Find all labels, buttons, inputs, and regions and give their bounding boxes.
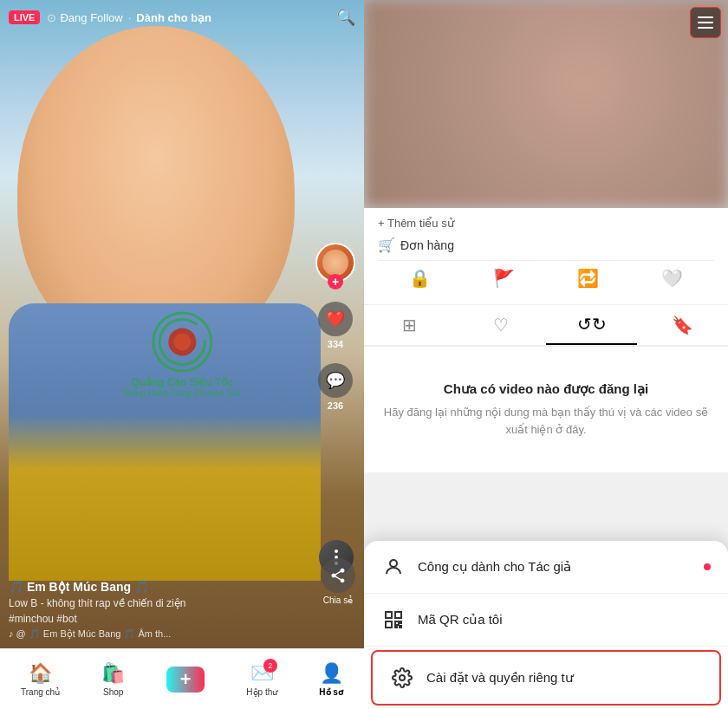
inbox-label: Hộp thư bbox=[246, 687, 277, 697]
svg-rect-8 bbox=[400, 626, 401, 628]
like-icon: ❤️ bbox=[318, 302, 353, 336]
qr-code-icon bbox=[381, 608, 406, 632]
lock-icon-button[interactable]: 🔒 bbox=[409, 268, 431, 289]
bookmark-tab-icon: 🔖 bbox=[672, 315, 693, 335]
svg-rect-5 bbox=[395, 612, 401, 618]
home-label: Trang chủ bbox=[21, 687, 60, 697]
svg-point-3 bbox=[390, 560, 397, 567]
cart-icon: 🛒 bbox=[378, 237, 395, 253]
search-icon[interactable]: 🔍 bbox=[336, 8, 355, 27]
context-menu-item-settings[interactable]: Cài đặt và quyền riêng tư bbox=[371, 650, 721, 706]
flag-icon: 🚩 bbox=[493, 268, 515, 289]
plus-icon: + bbox=[180, 668, 192, 691]
settings-icon bbox=[390, 666, 414, 690]
home-icon: 🏠 bbox=[29, 662, 52, 685]
follow-plus-button[interactable]: + bbox=[328, 274, 343, 289]
watermark-ring-svg bbox=[156, 316, 208, 368]
create-button[interactable]: + bbox=[166, 667, 205, 693]
creator-tools-label: Công cụ dành cho Tác giả bbox=[418, 559, 692, 575]
comment-icon: 💬 bbox=[318, 363, 353, 398]
svg-rect-4 bbox=[386, 612, 392, 618]
following-text[interactable]: Đang Follow bbox=[60, 11, 122, 24]
live-badge: LIVE bbox=[9, 10, 40, 24]
heart-tab-icon: ♡ bbox=[493, 315, 509, 335]
tab-grid[interactable]: ⊞ bbox=[364, 306, 455, 344]
video-panel: LIVE ⊙ Đang Follow · Dành cho bạn 🔍 bbox=[0, 0, 364, 709]
profile-header bbox=[364, 0, 728, 208]
hashtags: #minchou #bot bbox=[9, 613, 303, 625]
nav-inbox[interactable]: ✉️ 2 Hộp thư bbox=[237, 658, 286, 701]
empty-title: Chưa có video nào được đăng lại bbox=[381, 381, 711, 397]
grid-icon: ⊞ bbox=[402, 315, 417, 335]
svg-rect-10 bbox=[395, 626, 397, 628]
view-indicator: ⊙ bbox=[47, 11, 56, 24]
svg-rect-9 bbox=[400, 621, 401, 623]
creator-tools-icon bbox=[381, 555, 406, 579]
shop-label: Shop bbox=[103, 687, 123, 697]
svg-point-2 bbox=[173, 334, 191, 351]
flag-icon-button[interactable]: 🚩 bbox=[493, 268, 515, 289]
hamburger-line-2 bbox=[698, 22, 713, 23]
context-menu: Công cụ dành cho Tác giả Mã QR của tôi bbox=[364, 541, 728, 709]
like-button-container[interactable]: ❤️ 334 bbox=[318, 302, 353, 349]
watermark-logo bbox=[152, 312, 212, 373]
svg-point-11 bbox=[400, 675, 405, 680]
context-menu-item-creator[interactable]: Công cụ dành cho Tác giả bbox=[364, 541, 728, 594]
top-bar-center: Đang Follow · Dành cho bạn bbox=[60, 11, 336, 24]
context-menu-item-qr[interactable]: Mã QR của tôi bbox=[364, 594, 728, 647]
share-icon bbox=[321, 558, 355, 593]
creator-avatar-container[interactable]: + bbox=[315, 243, 355, 283]
profile-header-bg bbox=[364, 0, 728, 208]
hamburger-line-1 bbox=[698, 16, 713, 18]
hamburger-line-3 bbox=[698, 27, 713, 29]
share-svg bbox=[329, 567, 347, 584]
nav-home[interactable]: 🏠 Trang chủ bbox=[12, 658, 68, 701]
profile-tabs: ⊞ ♡ ↺↻ 🔖 bbox=[364, 305, 728, 347]
comment-button-container[interactable]: 💬 236 bbox=[318, 363, 353, 411]
profile-panel: + Thêm tiểu sử 🛒 Đơn hàng 🔒 🚩 🔁 🤍 ⊞ bbox=[364, 0, 728, 709]
nav-plus[interactable]: + bbox=[158, 662, 213, 697]
settings-label: Cài đặt và quyền riêng tư bbox=[426, 670, 702, 686]
orders-label: Đơn hàng bbox=[400, 238, 454, 252]
song-desc: Low B - không thít rap về chiến di ziện bbox=[9, 597, 303, 609]
notification-dot bbox=[704, 563, 711, 570]
watermark-text2: Đồng Hành Cùng Chuyên Gia bbox=[124, 388, 239, 398]
repost-tab-icon: ↺↻ bbox=[577, 315, 607, 334]
inbox-badge: 2 bbox=[263, 659, 277, 673]
qr-label: Mã QR của tôi bbox=[418, 612, 711, 628]
repost-icon-button[interactable]: 🔁 bbox=[577, 268, 599, 289]
repost-icon: 🔁 bbox=[577, 268, 599, 289]
add-bio-link[interactable]: + Thêm tiểu sử bbox=[378, 217, 454, 230]
empty-desc: Hãy đăng lại những nội dung mà bạn thấy … bbox=[381, 404, 711, 438]
tab-saved[interactable]: 🔖 bbox=[637, 306, 728, 344]
inbox-icon-wrap: ✉️ 2 bbox=[250, 662, 274, 685]
music-info: ♪ @ 🎵 Em Bột Múc Bang 🎵 Âm th... bbox=[9, 628, 303, 640]
nav-shop[interactable]: 🛍️ Shop bbox=[93, 658, 133, 701]
empty-state-section: Chưa có video nào được đăng lại Hãy đăng… bbox=[364, 347, 728, 472]
bottom-navigation: 🏠 Trang chủ 🛍️ Shop + ✉️ 2 Hộp thư � bbox=[0, 648, 364, 709]
bookmark-icon-button[interactable]: 🤍 bbox=[661, 268, 683, 289]
song-title: 🎵 Em Bột Múc Bang 🎵 bbox=[9, 580, 303, 594]
tab-repost[interactable]: ↺↻ bbox=[546, 305, 637, 345]
tab-liked[interactable]: ♡ bbox=[455, 306, 546, 344]
orders-row[interactable]: 🛒 Đơn hàng bbox=[378, 237, 714, 253]
danh-cho-ban-text[interactable]: Dành cho bạn bbox=[136, 11, 211, 24]
lock-icon: 🔒 bbox=[409, 268, 431, 289]
profile-icon: 👤 bbox=[320, 662, 343, 685]
video-top-bar: LIVE ⊙ Đang Follow · Dành cho bạn 🔍 bbox=[0, 0, 364, 35]
svg-rect-7 bbox=[395, 621, 399, 625]
watermark: Quảng Cáo Siêu Tốc Đồng Hành Cùng Chuyên… bbox=[124, 312, 239, 398]
profile-actions-row: + Thêm tiểu sử bbox=[378, 217, 714, 230]
profile-label: Hồ sơ bbox=[319, 687, 343, 697]
profile-mid-section: + Thêm tiểu sử 🛒 Đơn hàng 🔒 🚩 🔁 🤍 bbox=[364, 208, 728, 305]
video-background: LIVE ⊙ Đang Follow · Dành cho bạn 🔍 bbox=[0, 0, 364, 709]
separator: · bbox=[128, 11, 132, 24]
right-side-actions: + ❤️ 334 💬 236 bbox=[315, 243, 355, 411]
profile-icons-row: 🔒 🚩 🔁 🤍 bbox=[378, 260, 714, 296]
svg-rect-6 bbox=[386, 621, 392, 628]
menu-button[interactable] bbox=[690, 7, 721, 38]
share-button[interactable]: Chia sẻ bbox=[321, 558, 355, 605]
like-count: 334 bbox=[328, 339, 343, 349]
nav-profile[interactable]: 👤 Hồ sơ bbox=[310, 658, 352, 701]
video-bottom-info: 🎵 Em Bột Múc Bang 🎵 Low B - không thít r… bbox=[9, 580, 303, 640]
